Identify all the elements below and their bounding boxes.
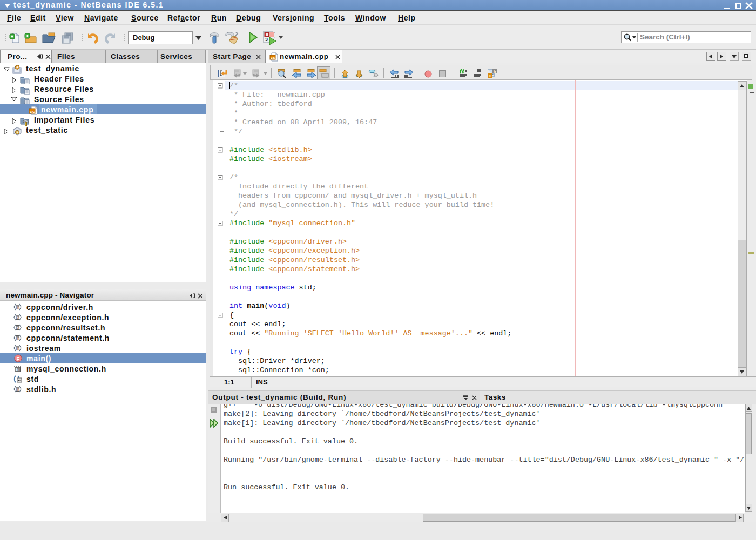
svg-text:3: 3	[265, 37, 268, 42]
svg-text:cc: cc	[30, 109, 36, 114]
svg-text:h: h	[494, 70, 496, 73]
svg-text:C: C	[489, 74, 491, 78]
svg-text:F: F	[17, 356, 21, 362]
svg-text:cc: cc	[271, 55, 275, 60]
svg-text:h: h	[16, 367, 19, 372]
